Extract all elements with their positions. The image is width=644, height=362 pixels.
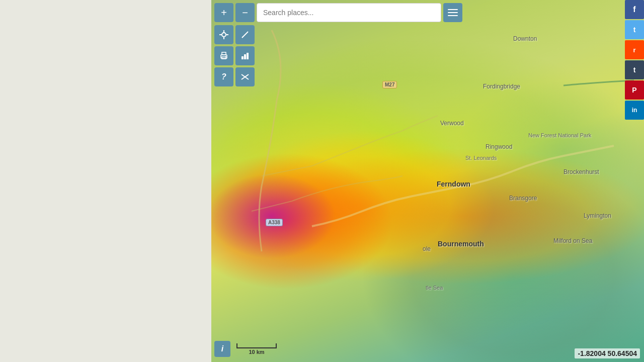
menu-bar-3 (448, 15, 458, 16)
search-input[interactable] (257, 3, 441, 22)
toolbar-bottom-row: ? (211, 25, 465, 89)
social-panel: f t r t P in (625, 0, 644, 121)
svg-rect-11 (242, 56, 244, 59)
facebook-icon: f (633, 5, 635, 14)
road-badge-a338: A338 (266, 219, 283, 226)
zoom-out-button[interactable]: − (235, 3, 255, 22)
facebook-button[interactable]: f (625, 0, 644, 19)
info-icon: i (221, 344, 223, 353)
svg-rect-12 (244, 54, 246, 59)
help-button[interactable]: ? (214, 67, 233, 86)
tool-grid: ? (214, 25, 255, 86)
svg-rect-8 (222, 52, 226, 55)
help-icon: ? (221, 72, 226, 81)
scale-label: 10 km (249, 349, 264, 355)
info-button[interactable]: i (214, 341, 230, 357)
menu-bar-2 (448, 12, 458, 13)
svg-point-0 (222, 33, 226, 37)
svg-rect-13 (247, 53, 249, 59)
toolbar-panel: + − ? (211, 0, 465, 89)
menu-bar-1 (448, 9, 458, 10)
pinterest-button[interactable]: P (625, 80, 644, 100)
linkedin-icon: in (632, 107, 637, 114)
tumblr-button[interactable]: t (625, 60, 644, 79)
tumblr-icon: t (633, 66, 636, 74)
coordinates-text: -1.82004 50.64504 (575, 348, 640, 358)
print-button[interactable] (214, 46, 233, 65)
pinterest-icon: P (632, 86, 636, 94)
coordinates-display: -1.82004 50.64504 (575, 349, 640, 358)
bottom-bar-left: i 10 km (214, 341, 277, 357)
toolbar-top-row: + − (211, 0, 465, 25)
measure-button[interactable] (235, 25, 255, 44)
chart-button[interactable] (235, 46, 255, 65)
reddit-icon: r (633, 46, 635, 54)
svg-rect-9 (222, 57, 226, 59)
zoom-in-button[interactable]: + (214, 3, 233, 22)
settings-button[interactable] (235, 67, 255, 86)
scale-line (236, 343, 277, 348)
linkedin-button[interactable]: in (625, 101, 644, 120)
twitter-button[interactable]: t (625, 20, 644, 39)
twitter-icon: t (633, 26, 636, 34)
menu-button[interactable] (443, 3, 462, 22)
locate-button[interactable] (214, 25, 233, 44)
reddit-button[interactable]: r (625, 40, 644, 59)
svg-point-10 (225, 56, 226, 57)
left-panel-bg (0, 0, 211, 362)
scale-bar: 10 km (236, 343, 277, 355)
